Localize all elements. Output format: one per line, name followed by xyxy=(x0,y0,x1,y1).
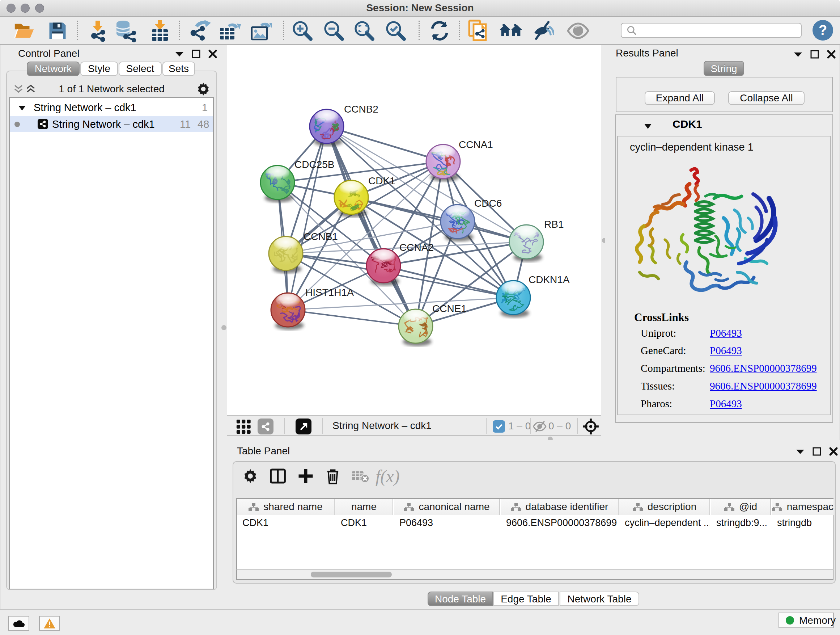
svg-text:CDC6: CDC6 xyxy=(474,198,502,209)
svg-text:RB1: RB1 xyxy=(544,219,564,230)
svg-text:CCNE1: CCNE1 xyxy=(432,303,467,314)
svg-text:CDC25B: CDC25B xyxy=(294,159,334,170)
svg-text:CCNA2: CCNA2 xyxy=(399,242,434,253)
svg-text:HIST1H1A: HIST1H1A xyxy=(305,287,354,298)
svg-text:CCNB2: CCNB2 xyxy=(344,103,378,115)
svg-text:CCNB1: CCNB1 xyxy=(303,231,338,242)
svg-text:CDK1: CDK1 xyxy=(368,175,395,187)
svg-text:CDKN1A: CDKN1A xyxy=(529,274,570,285)
svg-text:CCNA1: CCNA1 xyxy=(459,139,493,150)
